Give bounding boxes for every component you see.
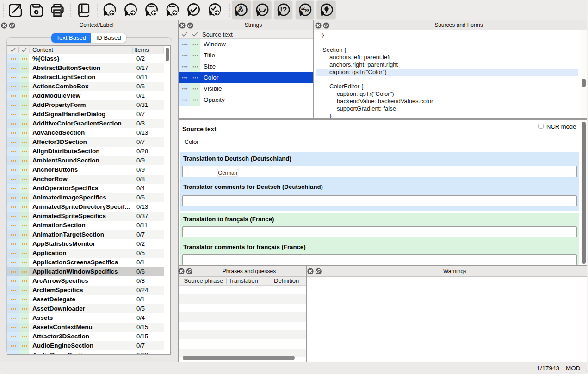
- svg-text:„: „: [305, 2, 309, 12]
- svg-text:!?: !?: [280, 6, 287, 14]
- svg-text:&: &: [238, 5, 244, 14]
